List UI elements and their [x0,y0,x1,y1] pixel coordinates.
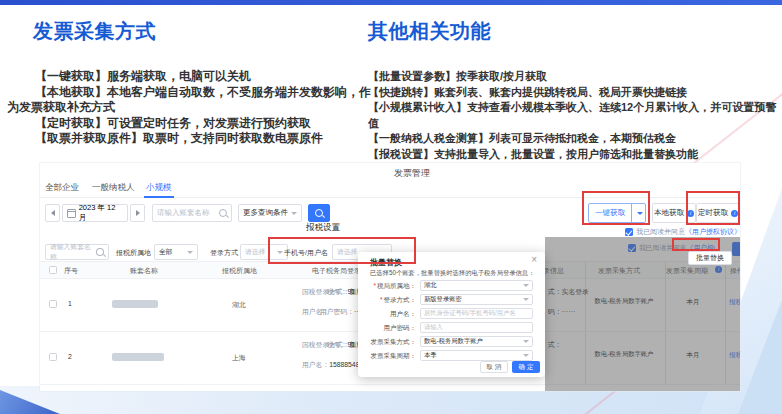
tax-no-label: 税号： [327,288,347,295]
row-checkbox[interactable] [49,353,57,361]
agreement-link[interactable]: 《用户授权协议》 [685,227,740,237]
tab-small-scale[interactable]: 小规模 [146,182,172,194]
modal-field-collect-method: 发票采集方式： 数电-税务局数字账户 [358,336,545,348]
cancel-button[interactable]: 取 消 [480,361,508,373]
feature-line: 【取票并获取原件】取票时，支持同时获取数电票原件 [7,131,375,147]
search-icon [219,209,227,217]
feature-line: 【定时获取】可设置定时任务，对发票进行预约获取 [7,116,375,132]
agreement-text: 我已阅读并同意 [636,227,685,237]
calendar-icon [67,209,76,218]
col-index: 序号 [64,266,78,276]
section-title: 其他相关功能 [368,18,780,45]
local-fetch-label: 本地获取 [654,208,684,218]
collect-cycle-select[interactable]: 本季 [420,350,533,361]
field-label-text: 税局所属地： [377,282,416,289]
modal-field-login-mode: *登录方式： 新版登录账密 [358,294,545,306]
annotation-label-tax-settings: 报税设置 [306,222,340,234]
collect-method-value: 数电-税务局数字账户 [424,337,483,346]
row-checkbox[interactable] [49,300,57,308]
batch-replace-modal: 批量替换 × 已选择50个账套，批量替换时选择的电子税务局登录信息： *税局所属… [358,252,545,377]
annotation-box-user-filter [268,237,416,264]
tax-no-value: 91 [347,341,355,348]
search-placeholder: 请输入账套名称 [157,208,210,218]
tab-general-taxpayer[interactable]: 一般纳税人 [92,182,135,194]
section-collection-methods: 发票采集方式 【一键获取】服务端获取，电脑可以关机 【本地获取】本地客户端自动取… [7,18,375,147]
field-label: 发票采集方式： [358,338,416,347]
collect-cycle-value: 本季 [424,351,437,360]
confirm-button[interactable]: 确 定 [512,361,540,373]
password-input[interactable]: 请输入 [420,322,533,333]
field-label: 发票采集周期： [358,352,416,361]
section-title: 发票采集方式 [33,18,375,45]
filter-search-input[interactable]: 请输入账套名称 [45,244,109,260]
filter-region-select[interactable]: 全部 [154,244,198,260]
password-placeholder: 请输入 [424,323,443,332]
search-icon [96,248,104,256]
modal-intro: 已选择50个账套，批量替换时选择的电子税务局登录信息： [370,269,534,278]
invoice-manager-screenshot: 发票管理 全部企业 一般纳税人 小规模 2023 年 12 月 请输入账套名称 … [40,163,740,391]
account-name-redacted [112,353,164,361]
close-icon[interactable]: × [531,254,537,265]
annotation-box-timed [686,191,740,225]
chevron-down-icon [523,340,529,343]
region-value: 湖北 [424,281,437,290]
row-index: 1 [68,300,72,307]
chevron-down-icon [523,354,529,357]
date-picker[interactable]: 2023 年 12 月 [62,204,128,222]
feature-line: 【报税设置】支持批量导入，批量设置，按用户筛选和批量替换功能 [368,147,780,163]
tax-no-value: 91 [347,288,355,295]
search-button[interactable] [308,204,330,222]
row-index: 2 [68,353,72,360]
field-label-text: 用户名： [390,310,416,317]
field-label: *登录方式： [358,296,416,305]
next-month-button[interactable] [130,204,145,222]
collect-method-select[interactable]: 数电-税务局数字账户 [420,336,533,347]
top-accent-bar [0,0,782,5]
login-mode-select[interactable]: 新版登录账密 [420,294,533,305]
chevron-left-icon [51,210,55,216]
annotation-box-agreement [672,238,720,251]
tax-no: 税号：91 [327,287,355,297]
checkbox-checked-icon[interactable] [625,228,633,236]
active-tab-underline [144,196,174,198]
user-pwd-label: 用户密码： [320,308,354,315]
field-label-text: 发票采集周期： [371,352,417,359]
filter-login-label: 登录方式 [210,248,238,258]
select-all-checkbox[interactable] [49,266,57,274]
account-search-input[interactable]: 请输入账套名称 [152,204,232,222]
section-other-features: 其他相关功能 【批量设置参数】按季获取/按月获取 【快捷跳转】账套列表、账套内提… [368,18,780,162]
filter-login-placeholder: 请选择 [245,247,265,257]
row-region: 上海 [232,353,246,363]
modal-field-username: 用户名： 居民身份证号码/手机号码/用户名 [358,308,545,320]
tab-all-companies[interactable]: 全部企业 [45,182,79,194]
field-label-text: 用户密码： [384,324,417,331]
username-input[interactable]: 居民身份证号码/手机号码/用户名 [420,308,533,319]
chevron-down-icon [523,284,529,287]
search-icon [315,209,323,217]
required-asterisk: * [373,282,376,289]
field-label-text: 发票采集方式： [371,338,417,345]
account-name-redacted [112,300,158,308]
field-label: 用户密码： [358,324,416,333]
prev-month-button[interactable] [45,204,60,222]
user-name-label: 用户名： [302,361,329,368]
col-name: 账套名称 [130,266,158,276]
chevron-right-icon [136,210,140,216]
tax-no: 税号：91 [327,340,355,350]
feature-line: 【本地获取】本地客户端自动取数，不受服务端并发数影响，作为发票获取补充方式 [7,85,375,116]
modal-field-password: 用户密码： 请输入 [358,322,545,334]
col-region: 报税所属地 [222,266,257,276]
field-label: *税局所属地： [358,282,416,291]
region-select[interactable]: 湖北 [420,280,533,291]
required-asterisk: * [380,296,383,303]
agreement-row: 我已阅读并同意 《用户授权协议》 [625,227,740,237]
feature-line: 【小规模累计收入】支持查看小规模本季收入、连续12个月累计收入，并可设置预警值 [368,100,780,131]
feature-line: 【批量设置参数】按季获取/按月获取 [368,69,780,85]
username-placeholder: 居民身份证号码/手机号码/用户名 [424,309,516,318]
batch-replace-button[interactable]: 批量替换 [688,251,732,265]
user-pwd: 用户密码：··· [320,307,361,317]
row-region: 湖北 [232,300,246,310]
more-filters-button[interactable]: 更多查询条件 [238,204,302,222]
filter-region-value: 全部 [159,247,173,257]
chevron-down-icon [523,298,529,301]
